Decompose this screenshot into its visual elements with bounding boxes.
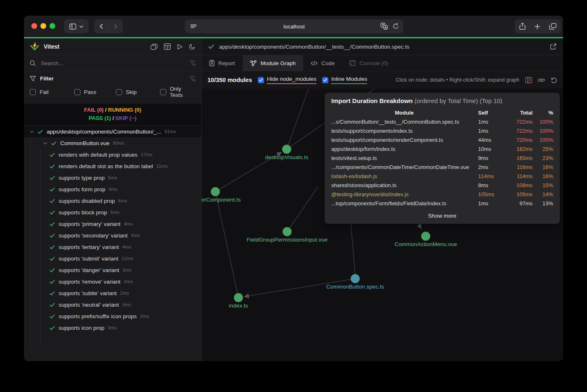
module-name: ...top/components/Form/fields/FieldDate/… bbox=[331, 199, 477, 208]
test-row[interactable]: supports disabled prop 6ms bbox=[24, 195, 201, 207]
breakdown-row[interactable]: apps/desktop/form/index.ts 10ms 182ms 25… bbox=[331, 145, 553, 154]
tab-console[interactable]: Console (0) bbox=[342, 55, 396, 71]
translate-icon[interactable] bbox=[380, 23, 388, 30]
breakdown-row[interactable]: .../components/CommonDateTime/CommonDate… bbox=[331, 163, 553, 172]
dark-mode-icon[interactable] bbox=[189, 43, 196, 50]
breakdown-row[interactable]: ...s/CommonButton/__tests__/CommonButton… bbox=[331, 117, 553, 127]
tab-overview-icon[interactable] bbox=[549, 23, 556, 30]
breakdown-row[interactable]: tests/vitest.setup.ts 9ms 165ms 23% bbox=[331, 154, 553, 163]
self-time: 105ms bbox=[477, 190, 503, 199]
breakdown-row[interactable]: shared/stores/application.ts 8ms 108ms 1… bbox=[331, 181, 553, 190]
pass-check-icon bbox=[208, 44, 214, 49]
sidebar-toggle-button[interactable] bbox=[64, 19, 89, 33]
chevron-down-icon[interactable] bbox=[43, 142, 47, 145]
browser-window: localhost bbox=[24, 16, 563, 361]
pass-check-icon bbox=[51, 141, 57, 146]
filter-checkbox-only-tests[interactable]: Only Tests bbox=[160, 86, 196, 98]
test-row[interactable]: supports 'remove' variant 3ms bbox=[24, 276, 201, 287]
chevron-down-icon[interactable] bbox=[30, 130, 34, 133]
vitest-logo-icon bbox=[30, 42, 40, 51]
module-node[interactable] bbox=[421, 232, 430, 241]
test-row[interactable]: supports 'neutral' variant 3ms bbox=[24, 299, 201, 310]
test-row[interactable]: supports type prop 6ms bbox=[24, 172, 201, 183]
checked-checkbox-icon[interactable] bbox=[322, 77, 328, 83]
pass-check-icon bbox=[50, 245, 55, 249]
close-window-button[interactable] bbox=[31, 23, 37, 29]
module-name: shared/stores/application.ts bbox=[331, 181, 477, 190]
tab-report[interactable]: Report bbox=[202, 55, 243, 71]
breakdown-row[interactable]: tests/support/components/renderComponent… bbox=[331, 136, 553, 145]
checkbox-icon[interactable] bbox=[116, 89, 122, 95]
link-icon[interactable] bbox=[538, 77, 545, 83]
clear-filter-icon[interactable] bbox=[189, 76, 196, 82]
module-node-label: CommonButton.spec.ts bbox=[306, 284, 405, 290]
hide-node-modules-checkbox[interactable]: Hide node_modules bbox=[258, 76, 316, 84]
clear-search-filter-icon[interactable] bbox=[189, 60, 196, 66]
collapse-panels-icon[interactable] bbox=[151, 44, 158, 50]
file-path-breadcrumb: apps/desktop/components/CommonButton/__t… bbox=[219, 44, 550, 50]
test-row[interactable]: supports 'tertiary' variant 4ms bbox=[24, 241, 201, 253]
file-duration: 91ms bbox=[165, 129, 176, 134]
self-time: 8ms bbox=[477, 181, 503, 190]
test-row[interactable]: renders default slot as the button label… bbox=[24, 160, 201, 172]
import-duration-breakdown-panel: Import Duration Breakdown (ordered by To… bbox=[325, 93, 560, 224]
url-bar[interactable]: localhost bbox=[185, 19, 403, 33]
reset-graph-icon[interactable] bbox=[551, 77, 557, 83]
test-row[interactable]: supports icon prop 3ms bbox=[24, 322, 201, 333]
module-node[interactable] bbox=[234, 293, 243, 302]
chevron-down-icon bbox=[79, 25, 83, 28]
tree-suite-row[interactable]: CommonButton.vue 90ms bbox=[24, 137, 201, 149]
test-row[interactable]: supports 'submit' variant 12ms bbox=[24, 253, 201, 264]
checkbox-icon[interactable] bbox=[74, 89, 80, 95]
test-row[interactable]: supports form prop 4ms bbox=[24, 183, 201, 195]
back-button[interactable] bbox=[94, 19, 108, 33]
pass-check-icon bbox=[50, 314, 55, 319]
search-input[interactable] bbox=[41, 60, 189, 66]
module-node[interactable] bbox=[351, 274, 360, 283]
test-label: supports form prop bbox=[59, 186, 105, 192]
filter-checkbox-skip[interactable]: Skip bbox=[116, 86, 160, 98]
module-node-label: CommonActionMenu.vue bbox=[376, 241, 475, 247]
show-more-button[interactable]: Show more bbox=[331, 212, 553, 220]
module-node[interactable] bbox=[211, 187, 220, 196]
dashboard-icon[interactable] bbox=[164, 43, 171, 50]
test-row[interactable]: supports prefix/suffix icon props 2ms bbox=[24, 310, 201, 322]
forward-button[interactable] bbox=[109, 19, 123, 33]
minimize-window-button[interactable] bbox=[40, 23, 46, 29]
zoom-window-button[interactable] bbox=[50, 23, 55, 29]
pass-check-icon bbox=[50, 210, 55, 215]
test-row[interactable]: supports block prop 6ms bbox=[24, 207, 201, 218]
breakdown-row[interactable]: @testing-library/vue/dist/index.js 105ms… bbox=[331, 190, 553, 199]
legend-book-icon[interactable] bbox=[525, 77, 532, 83]
checkbox-icon[interactable] bbox=[160, 89, 166, 95]
module-node[interactable] bbox=[282, 145, 291, 154]
tab-module-graph[interactable]: Module Graph bbox=[243, 55, 304, 71]
checked-checkbox-icon[interactable] bbox=[258, 77, 264, 83]
breakdown-row[interactable]: ...top/components/Form/fields/FieldDate/… bbox=[331, 199, 553, 208]
tab-code[interactable]: Code bbox=[303, 55, 342, 71]
test-row[interactable]: supports 'secondary' variant 4ms bbox=[24, 230, 201, 241]
open-external-icon[interactable] bbox=[550, 43, 556, 50]
total-time: 722ms bbox=[503, 117, 533, 127]
test-row[interactable]: supports 'subtle' variant 2ms bbox=[24, 287, 201, 299]
test-row[interactable]: supports 'danger' variant 3ms bbox=[24, 264, 201, 276]
test-row[interactable]: supports 'primary' variant 4ms bbox=[24, 218, 201, 230]
inline-modules-checkbox[interactable]: Inline Modules bbox=[322, 76, 367, 84]
share-icon[interactable] bbox=[519, 23, 526, 30]
run-all-icon[interactable] bbox=[177, 44, 183, 50]
checkbox-icon[interactable] bbox=[30, 89, 36, 95]
pass-count: PASS (1) bbox=[89, 115, 111, 121]
filter-checkbox-fail[interactable]: Fail bbox=[30, 86, 74, 98]
breakdown-row[interactable]: lodash-es/lodash.js 114ms 114ms 16% bbox=[331, 172, 553, 181]
pass-check-icon bbox=[50, 222, 55, 226]
module-graph-canvas[interactable]: desktopVisuals.tsrenderComponent.tsField… bbox=[202, 89, 563, 361]
app-title: Vitest bbox=[44, 43, 151, 50]
reload-icon[interactable] bbox=[392, 23, 399, 30]
test-row[interactable]: renders with default prop values 17ms bbox=[24, 149, 201, 160]
new-tab-icon[interactable] bbox=[534, 23, 540, 30]
breakdown-row[interactable]: tests/support/components/index.ts 1ms 72… bbox=[331, 127, 553, 136]
tree-file-row[interactable]: apps/desktop/components/CommonButton/_..… bbox=[24, 126, 201, 137]
pass-check-icon bbox=[50, 303, 55, 307]
module-node[interactable] bbox=[283, 227, 292, 236]
filter-checkbox-pass[interactable]: Pass bbox=[74, 86, 116, 98]
